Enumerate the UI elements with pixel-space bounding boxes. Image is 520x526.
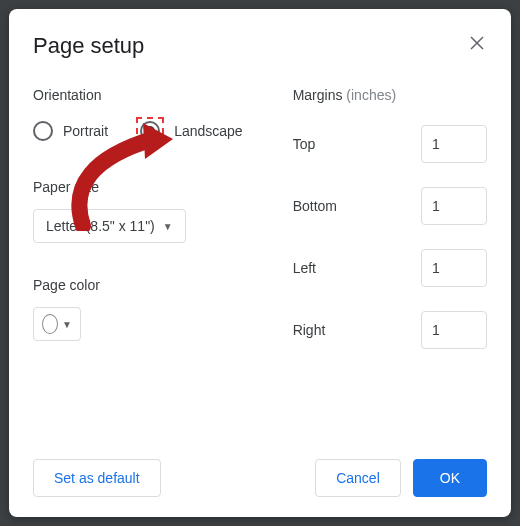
close-button[interactable] <box>465 31 489 55</box>
radio-icon <box>140 121 160 141</box>
page-setup-dialog: Page setup Orientation Portrait Landscap… <box>9 9 511 517</box>
chevron-down-icon: ▼ <box>163 221 173 232</box>
page-color-select[interactable]: ▼ <box>33 307 81 341</box>
orientation-label: Orientation <box>33 87 243 103</box>
paper-size-value: Letter (8.5" x 11") <box>46 218 155 234</box>
cancel-button[interactable]: Cancel <box>315 459 401 497</box>
margin-top-input[interactable] <box>421 125 487 163</box>
orientation-portrait[interactable]: Portrait <box>33 121 108 141</box>
orientation-landscape[interactable]: Landscape <box>136 117 243 145</box>
margin-left-label: Left <box>293 260 316 276</box>
margin-top-label: Top <box>293 136 316 152</box>
portrait-label: Portrait <box>63 123 108 139</box>
page-color-label: Page color <box>33 277 243 293</box>
paper-size-label: Paper size <box>33 179 243 195</box>
color-swatch-icon <box>42 314 58 334</box>
margin-left-input[interactable] <box>421 249 487 287</box>
margin-right-input[interactable] <box>421 311 487 349</box>
set-default-button[interactable]: Set as default <box>33 459 161 497</box>
margin-right-label: Right <box>293 322 326 338</box>
chevron-down-icon: ▼ <box>62 319 72 330</box>
margins-label: Margins (inches) <box>293 87 487 103</box>
landscape-label: Landscape <box>174 123 243 139</box>
margin-bottom-input[interactable] <box>421 187 487 225</box>
paper-size-select[interactable]: Letter (8.5" x 11") ▼ <box>33 209 186 243</box>
close-icon <box>470 36 484 50</box>
dialog-title: Page setup <box>33 33 487 59</box>
annotation-highlight <box>136 117 164 145</box>
margin-bottom-label: Bottom <box>293 198 337 214</box>
ok-button[interactable]: OK <box>413 459 487 497</box>
radio-icon <box>33 121 53 141</box>
margins-unit: (inches) <box>346 87 396 103</box>
